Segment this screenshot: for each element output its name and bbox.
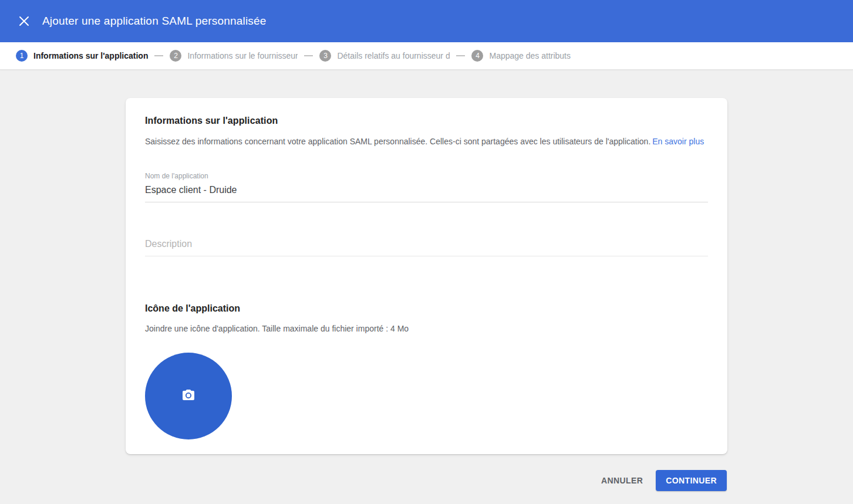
- app-details-card: Informations sur l'application Saisissez…: [126, 98, 727, 454]
- stepper-step-2: 2 Informations sur le fournisseur: [170, 50, 298, 62]
- step-4-badge: 4: [471, 50, 483, 62]
- step-4-label: Mappage des attributs: [489, 51, 571, 60]
- close-button[interactable]: [14, 11, 34, 31]
- section-title: Informations sur l'application: [145, 116, 708, 126]
- learn-more-link[interactable]: En savoir plus: [652, 137, 704, 146]
- step-3-badge: 3: [319, 50, 331, 62]
- step-2-badge: 2: [170, 50, 181, 62]
- section-description-text: Saisissez des informations concernant vo…: [145, 137, 650, 146]
- app-name-label: Nom de l'application: [145, 172, 708, 180]
- cancel-button[interactable]: ANNULER: [595, 471, 649, 490]
- step-1-label: Informations sur l'application: [33, 51, 148, 60]
- stepper-step-1: 1 Informations sur l'application: [16, 50, 148, 62]
- camera-icon: [181, 388, 195, 404]
- dialog-title: Ajouter une application SAML personnalis…: [42, 15, 267, 28]
- stepper-step-4: 4 Mappage des attributs: [471, 50, 571, 62]
- stepper: 1 Informations sur l'application 2 Infor…: [0, 42, 853, 70]
- continue-button[interactable]: CONTINUER: [656, 470, 727, 491]
- icon-section-description: Joindre une icône d'application. Taille …: [145, 324, 708, 333]
- step-2-label: Informations sur le fournisseur: [187, 51, 298, 60]
- step-separator: [304, 55, 313, 56]
- dialog-header: Ajouter une application SAML personnalis…: [0, 0, 853, 42]
- description-field: [145, 239, 708, 256]
- step-3-label: Détails relatifs au fournisseur de: [337, 51, 450, 60]
- section-description: Saisissez des informations concernant vo…: [145, 136, 708, 147]
- icon-section-title: Icône de l'application: [145, 303, 708, 314]
- app-name-field: Nom de l'application: [145, 172, 708, 202]
- close-icon: [19, 16, 29, 26]
- app-icon-upload-button[interactable]: [145, 353, 232, 439]
- step-separator: [456, 55, 465, 56]
- step-separator: [154, 55, 163, 56]
- step-1-badge: 1: [16, 50, 28, 62]
- stepper-step-3: 3 Détails relatifs au fournisseur de: [319, 50, 450, 62]
- footer-actions: ANNULER CONTINUER: [0, 454, 853, 491]
- description-input[interactable]: [145, 239, 708, 249]
- app-name-input[interactable]: [145, 185, 708, 195]
